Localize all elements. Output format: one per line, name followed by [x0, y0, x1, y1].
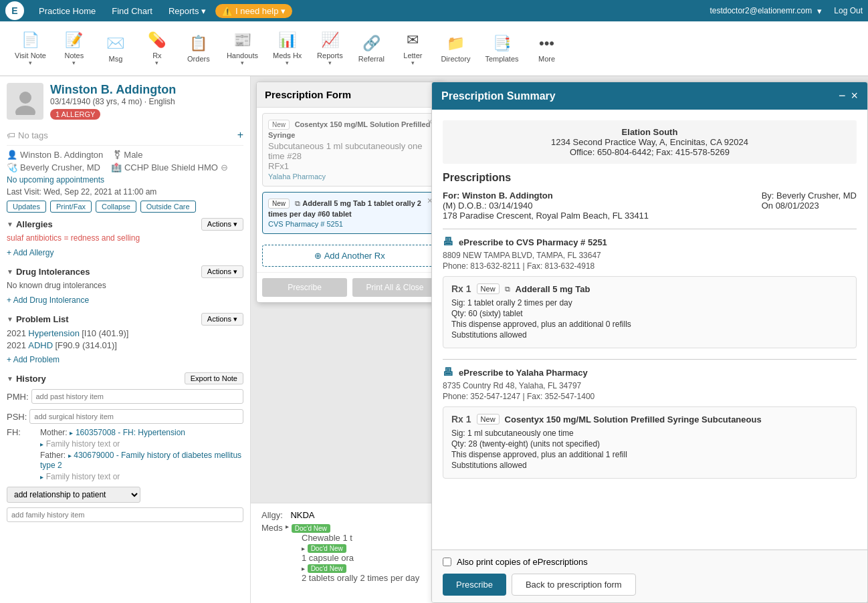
problem-list-header: ▼ Problem List Actions ▾	[7, 313, 243, 326]
patient-name[interactable]: Winston B. Addington	[50, 83, 176, 97]
handouts-icon: 📰	[233, 31, 251, 49]
pharmacy-name-cvs: ePrescribe to CVS Pharmacy # 5251	[459, 237, 607, 247]
updates-button[interactable]: Updates	[7, 201, 46, 213]
toolbar-visit-note[interactable]: 📄 Visit Note ▾	[8, 26, 53, 72]
also-print-checkbox[interactable]	[443, 558, 451, 566]
prescription-summary-footer: Also print copies of ePrescriptions Pres…	[432, 550, 867, 602]
add-problem-link[interactable]: Add Problem	[7, 355, 60, 364]
rx-adderall-badge: New	[268, 199, 290, 209]
print-all-close-button[interactable]: Print All & Close	[352, 278, 437, 297]
rx-item-adderall[interactable]: × New ⧉ Adderall 5 mg Tab 1 tablet orall…	[262, 192, 437, 234]
add-fh-input[interactable]	[7, 507, 243, 522]
toolbar-directory-label: Directory	[441, 55, 470, 63]
notes-dropdown-arrow: ▾	[72, 59, 76, 66]
insurance-remove-icon[interactable]: ⊖	[221, 162, 228, 172]
toolbar-more[interactable]: ••• More	[527, 29, 567, 68]
rx-card-header-cosentyx: Rx 1 New Cosentyx 150 mg/ML Solution Pre…	[451, 414, 848, 425]
prescribe-button[interactable]: Prescribe	[262, 278, 347, 297]
allergy-badge: 1 ALLERGY	[50, 109, 100, 120]
allergy-value: NKDA	[290, 510, 314, 520]
prescription-summary-body: Elation South 1234 Second Practice Way, …	[432, 110, 867, 550]
rx-refill-adderall: This dispense approved, plus an addition…	[451, 320, 848, 329]
back-to-form-button[interactable]: Back to prescription form	[512, 574, 636, 596]
rx-summary-card-cosentyx: Rx 1 New Cosentyx 150 mg/ML Solution Pre…	[443, 406, 857, 479]
prescribe-final-button[interactable]: Prescribe	[443, 574, 506, 596]
pmh-input[interactable]	[31, 389, 244, 404]
logout-button[interactable]: Log Out	[834, 6, 863, 15]
toolbar-reports-label: Reports	[317, 51, 343, 59]
dropdown-icon: ▾	[281, 6, 286, 16]
letter-icon: ✉	[407, 31, 419, 49]
rx-card-header-adderall: Rx 1 New ⧉ Adderall 5 mg Tab	[451, 283, 848, 294]
prescription-form-actions: Prescribe Print All & Close	[257, 272, 443, 302]
app-logo: E	[5, 1, 24, 20]
problem-list-actions-button[interactable]: Actions ▾	[201, 313, 243, 326]
patient-info-name: Winston B. Addington	[20, 150, 103, 160]
rx-num-cosentyx: Rx 1	[451, 414, 471, 425]
msg-icon: ✉️	[106, 35, 124, 52]
toolbar-handouts[interactable]: 📰 Handouts ▾	[220, 26, 265, 72]
rx-icon: 💊	[148, 31, 166, 49]
toolbar-meds-hx[interactable]: 📊 Meds Hx ▾	[266, 26, 308, 72]
patient-gender: ⚧ Male	[114, 150, 142, 160]
rx-drug-cosentyx: Cosentyx 150 mg/ML Solution Prefilled Sy…	[505, 414, 762, 425]
export-to-note-button[interactable]: Export to Note	[185, 372, 243, 384]
toolbar-directory[interactable]: 📁 Directory	[434, 29, 477, 68]
add-allergy-link[interactable]: Add Allergy	[7, 248, 53, 257]
collapse-button[interactable]: Collapse	[96, 201, 136, 213]
rx-patient-info: For: Winston B. Addington (M) D.O.B.: 03…	[443, 191, 857, 221]
referral-icon: 🔗	[362, 35, 381, 52]
reports-icon: 📈	[321, 31, 339, 49]
add-relationship-select[interactable]: add relationship to patient	[7, 487, 140, 503]
toolbar-rx[interactable]: 💊 Rx ▾	[137, 26, 177, 72]
rx-num-adderall: Rx 1	[451, 283, 471, 294]
rx-badge-adderall: New	[477, 283, 500, 294]
fh-father-placeholder: Family history text or	[46, 472, 120, 481]
toolbar-msg[interactable]: ✉️ Msg	[96, 29, 136, 68]
rx-badge-cosentyx: New	[477, 414, 500, 425]
toolbar-templates[interactable]: 📑 Templates	[478, 29, 525, 68]
rx-separator-2	[443, 359, 857, 360]
allergies-section-header: ▼ Allergies Actions ▾	[7, 218, 243, 231]
prescription-summary-header: Prescription Summary − ×	[432, 82, 867, 110]
nav-find-chart[interactable]: Find Chart	[105, 3, 159, 19]
user-email[interactable]: testdoctor2@elationemr.com	[710, 6, 812, 15]
pharmacy-address-cvs: 8809 NEW TAMPA BLVD, TAMPA, FL 33647	[443, 251, 857, 260]
prescription-summary-title: Prescription Summary	[441, 90, 556, 102]
psh-input[interactable]	[29, 409, 243, 424]
rx-copy-icon-adderall: ⧉	[505, 285, 510, 293]
add-drug-intol-link[interactable]: Add Drug Intolerance	[7, 295, 89, 305]
meds-triangle: ▸	[286, 523, 289, 530]
add-another-rx-button[interactable]: ⊕ Add Another Rx	[262, 245, 437, 267]
allergies-actions-button[interactable]: Actions ▾	[201, 218, 243, 231]
toolbar-referral-label: Referral	[358, 55, 385, 63]
rx-item-cosentyx: × New Cosentyx 150 mg/ML Solution Prefil…	[262, 113, 437, 187]
toolbar-orders[interactable]: 📋 Orders	[179, 29, 219, 68]
summary-minimize-button[interactable]: −	[839, 89, 846, 103]
toolbar-handouts-label: Handouts	[227, 51, 258, 59]
notes-icon: 📝	[65, 31, 83, 49]
nav-reports[interactable]: Reports	[162, 3, 213, 19]
toolbar-letter[interactable]: ✉ Letter ▾	[393, 26, 433, 72]
outside-care-button[interactable]: Outside Care	[140, 201, 196, 213]
drug-intol-text: No known drug intolerances	[7, 281, 243, 290]
fh-mother-item[interactable]: 160357008 - FH: Hypertension	[76, 428, 185, 437]
rx-cosentyx-sig: Subcutaneous 1 ml subcutaneously one tim…	[268, 141, 431, 161]
summary-close-button[interactable]: ×	[851, 89, 858, 103]
fh-mother-placeholder-triangle: ▸	[40, 441, 43, 448]
add-tag-icon[interactable]: +	[237, 129, 243, 141]
problem-item-2: 2021 ADHD [F90.9 (314.01)]	[7, 340, 243, 350]
problem-item-1: 2021 Hypertension [I10 (401.9)]	[7, 328, 243, 338]
doc-new-badge-3: Doc'd New	[308, 564, 346, 573]
content-area: Allgy: NKDA Meds ▸ Doc'd New Chewable 1 …	[251, 76, 868, 603]
toolbar-notes[interactable]: 📝 Notes ▾	[54, 26, 94, 72]
toolbar-reports[interactable]: 📈 Reports ▾	[310, 26, 350, 72]
nav-help[interactable]: ⚠️ I need help ▾	[215, 4, 292, 18]
fh-father-triangle: ▸	[68, 452, 72, 459]
toolbar-referral[interactable]: 🔗 Referral	[351, 29, 391, 68]
print-fax-button[interactable]: Print/Fax	[50, 201, 92, 213]
nav-practice-home[interactable]: Practice Home	[32, 3, 102, 19]
reports-dropdown-arrow: ▾	[328, 59, 332, 66]
drug-intolerances-actions-button[interactable]: Actions ▾	[201, 265, 243, 278]
mother-label: Mother:	[40, 428, 68, 437]
